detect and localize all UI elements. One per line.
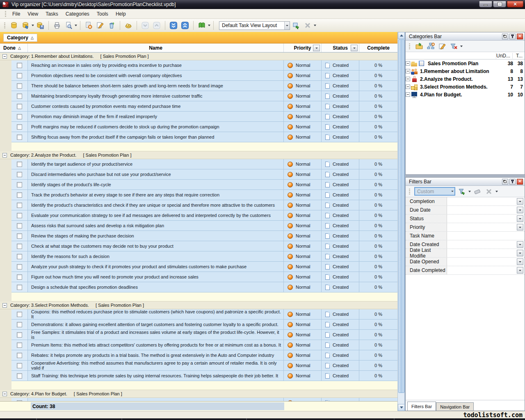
task-checkbox[interactable] [17,373,22,379]
menu-item[interactable]: View [24,10,42,18]
task-checkbox[interactable] [17,342,22,348]
task-checkbox[interactable] [17,135,22,140]
menu-item[interactable]: Tools [93,10,112,18]
task-name-cell[interactable]: Coupons: this method reduces purchase pr… [28,309,284,319]
task-row[interactable]: Identify the target audience of your pro… [11,159,397,169]
task-name-cell[interactable]: Reaching an increase in sales only by pr… [28,60,284,70]
panel-close-button[interactable]: ✕ [517,179,523,185]
task-checkbox[interactable] [17,322,22,327]
filter-dropdown-button[interactable] [517,224,523,231]
task-name-cell[interactable]: Analyze your push strategy to check if i… [28,262,284,272]
task-row[interactable]: Figure out how much time you will need t… [11,272,397,282]
group-by-category-button[interactable]: Category △ [3,34,37,42]
task-checkbox[interactable] [17,73,22,78]
filter-dropdown-button[interactable] [517,258,523,265]
task-name-cell[interactable]: Premium Items: this method lets attract … [28,340,284,350]
task-checkbox[interactable] [17,274,22,280]
task-row[interactable]: Demonstrations: it allows gaining excell… [11,320,397,330]
task-row[interactable]: Staff Training: this technique lets prom… [11,371,397,381]
filter-value-cell[interactable] [447,197,525,205]
layout-combo[interactable]: Default Task View Layout [219,21,290,30]
task-row[interactable]: Customer contests caused by promotion ev… [11,101,397,112]
category-tree-row[interactable]: 2.Analyze the Product. 13 13 [406,75,525,83]
task-row[interactable]: Identify stages of the product's life-cy… [11,180,397,190]
task-name-cell[interactable]: There should be balance between short-te… [28,81,284,91]
panel-pin-button[interactable] [509,179,516,185]
menu-item[interactable]: Categories [62,10,93,18]
filter-value-cell[interactable] [447,266,525,274]
task-checkbox[interactable] [17,124,22,130]
restore-button[interactable] [493,1,506,7]
task-row[interactable]: Discard intermediaries who purchase but … [11,169,397,180]
task-name-cell[interactable]: Discard intermediaries who purchase but … [28,169,284,179]
apply-layout-button[interactable] [291,20,301,31]
print-preview-button[interactable] [63,20,74,31]
collapse-all-button[interactable] [180,20,190,31]
category-group-header[interactable]: Category: 2.Analyze the Product. [ Sales… [0,151,397,159]
column-header-done[interactable]: Done △ [0,43,28,52]
new-database-button[interactable] [9,20,19,31]
new-category-button[interactable] [414,42,424,51]
filter-value-cell[interactable] [447,240,525,249]
task-name-cell[interactable]: Identify stages of the product's life-cy… [28,180,284,189]
task-name-cell[interactable]: Identify the product's characteristics a… [28,200,284,210]
collapse-expander-icon[interactable] [2,392,7,396]
task-checkbox[interactable] [17,264,22,269]
tree-expander-icon[interactable] [406,61,410,66]
filter-dropdown-button[interactable] [517,207,523,213]
view-options-dropdown[interactable] [208,25,210,26]
task-row[interactable]: Shifting focus away from the product its… [11,132,397,142]
task-name-cell[interactable]: Maintaining brand/company loyalty throug… [28,91,284,101]
view-options-button[interactable] [196,20,207,31]
category-group-header[interactable]: Category: 3.Select Promotion Methods. [ … [0,301,397,309]
task-name-cell[interactable]: Shifting focus away from the product its… [28,132,284,142]
new-subcategory-button[interactable] [426,42,436,51]
filter-value-cell[interactable] [447,258,525,266]
task-name-cell[interactable]: Free Samples: it stimulates trial of a p… [28,330,284,340]
task-name-cell[interactable]: Profit margins may be reduced if custome… [28,122,284,132]
tree-expander-icon[interactable] [406,84,410,89]
task-row[interactable]: Profit margins may be reduced if custome… [11,122,397,132]
category-group-header[interactable]: Category: 4.Plan for Budget. [ Sales Pro… [0,390,397,398]
layout-dropdown[interactable] [314,25,316,26]
new-task-button[interactable] [83,20,94,31]
panel-tab[interactable]: Filters Bar [407,402,436,411]
clear-filter-button[interactable] [472,187,482,196]
tree-expander-icon[interactable] [406,77,410,81]
edit-task-button[interactable] [95,20,105,31]
task-name-cell[interactable]: Track the product's behavior at every st… [28,190,284,200]
expand-all-button[interactable] [168,20,179,31]
column-header-status[interactable]: Status [322,43,359,52]
task-checkbox[interactable] [17,312,22,317]
tree-expander-icon[interactable] [406,92,410,97]
collapse-expander-icon[interactable] [2,54,7,59]
menu-item[interactable]: Help [112,10,130,18]
task-row[interactable]: Design a schedule that specifies promoti… [11,282,397,292]
task-name-cell[interactable]: Promotion objectives need to be consiste… [28,71,284,80]
scroll-down-button[interactable] [398,404,405,411]
filter-value-cell[interactable] [447,206,525,214]
delete-category-button[interactable] [449,42,459,51]
scroll-up-button[interactable] [398,32,405,39]
filter-dropdown-button[interactable] [517,198,523,205]
move-up-button[interactable] [151,20,162,31]
task-row[interactable]: Promotion objectives need to be consiste… [11,71,397,81]
task-name-cell[interactable]: Rebates: it helps promote any products i… [28,350,284,360]
task-row[interactable]: Maintaining brand/company loyalty throug… [11,91,397,101]
minimize-button[interactable] [479,1,492,7]
task-row[interactable]: Review the stages of making the purchase… [11,231,397,241]
task-name-cell[interactable]: Evaluate your communication strategy to … [28,210,284,220]
task-checkbox[interactable] [17,162,22,167]
total-column-header[interactable]: T... [512,53,525,59]
task-name-cell[interactable]: Promotion may diminish image of the firm… [28,112,284,121]
close-button[interactable]: ✕ [507,1,523,7]
delete-layout-button[interactable] [302,20,313,31]
filter-value-cell[interactable] [447,215,525,223]
task-name-cell[interactable]: Identify the target audience of your pro… [28,159,284,169]
task-checkbox[interactable] [17,114,22,119]
panel-tab[interactable]: Navigation Bar [436,402,474,411]
task-checkbox[interactable] [17,192,22,198]
task-name-cell[interactable]: Assess risks that surround sales and dev… [28,221,284,231]
task-checkbox[interactable] [17,63,22,68]
vertical-scrollbar[interactable] [397,32,404,411]
